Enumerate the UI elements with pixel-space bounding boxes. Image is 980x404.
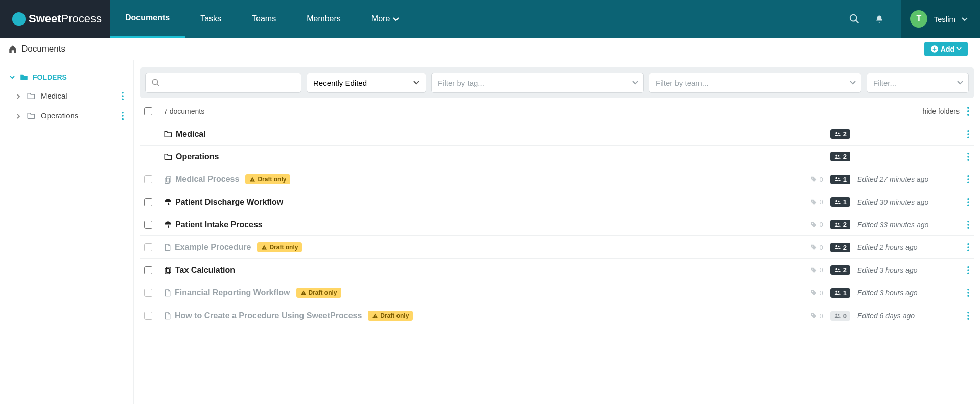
edited-time: Edited 27 minutes ago bbox=[857, 175, 949, 183]
draft-badge: Draft only bbox=[296, 288, 341, 298]
home-icon bbox=[8, 44, 17, 54]
edited-time: Edited 6 days ago bbox=[857, 312, 949, 320]
row-actions[interactable] bbox=[967, 197, 970, 206]
sort-select[interactable]: Recently Edited bbox=[307, 73, 426, 93]
people-count: 2 bbox=[830, 265, 850, 275]
folder-actions[interactable] bbox=[121, 91, 124, 101]
sidebar-folder-medical[interactable]: Medical bbox=[0, 86, 133, 106]
doc-row[interactable]: Patient Discharge Workflow01Edited 30 mi… bbox=[140, 191, 974, 213]
logo-icon bbox=[12, 12, 26, 26]
doc-row[interactable]: How to Create a Procedure Using SweetPro… bbox=[140, 304, 974, 327]
draft-badge: Draft only bbox=[257, 242, 302, 252]
people-count: 1 bbox=[830, 197, 850, 207]
tags-count: 0 bbox=[810, 266, 823, 274]
nav-tasks[interactable]: Tasks bbox=[185, 0, 237, 38]
row-actions[interactable] bbox=[967, 175, 970, 184]
bell-icon[interactable] bbox=[867, 13, 892, 24]
edited-time: Edited 3 hours ago bbox=[857, 289, 949, 297]
warn-icon bbox=[261, 244, 267, 250]
chevron-down-icon bbox=[9, 74, 15, 80]
nav-documents[interactable]: Documents bbox=[110, 0, 185, 38]
edited-time: Edited 33 minutes ago bbox=[857, 221, 949, 229]
folder-actions[interactable] bbox=[121, 111, 124, 121]
main: Recently Edited Filter by tag... Filter … bbox=[134, 60, 980, 404]
chevron-down-icon bbox=[951, 81, 968, 85]
row-checkbox[interactable] bbox=[144, 243, 152, 251]
folder-row[interactable]: Operations2 bbox=[140, 145, 974, 168]
doc-row[interactable]: Financial Reporting WorkflowDraft only01… bbox=[140, 281, 974, 304]
row-actions[interactable] bbox=[967, 311, 970, 320]
hide-folders-link[interactable]: hide folders bbox=[923, 107, 960, 115]
filters-bar: Recently Edited Filter by tag... Filter … bbox=[140, 67, 974, 98]
filter-tag[interactable]: Filter by tag... bbox=[431, 73, 644, 93]
add-button[interactable]: Add bbox=[924, 42, 968, 56]
logo[interactable]: SweetProcess bbox=[0, 0, 110, 38]
filter-team[interactable]: Filter by team... bbox=[649, 73, 861, 93]
row-checkbox[interactable] bbox=[144, 312, 152, 320]
warn-icon bbox=[249, 176, 255, 182]
row-actions[interactable] bbox=[967, 288, 970, 297]
doc-icon bbox=[164, 243, 172, 251]
folder-icon bbox=[164, 152, 173, 161]
sidebar-folders-toggle[interactable]: FOLDERS bbox=[0, 68, 133, 86]
nav-more[interactable]: More bbox=[356, 0, 414, 38]
chevron-down-icon bbox=[962, 15, 968, 23]
tags-count: 0 bbox=[810, 198, 823, 206]
row-actions[interactable] bbox=[967, 243, 970, 252]
doc-icon bbox=[164, 312, 172, 320]
doc-row[interactable]: Patient Intake Process02Edited 33 minute… bbox=[140, 213, 974, 235]
doc-row[interactable]: Medical ProcessDraft only01Edited 27 min… bbox=[140, 168, 974, 191]
doc-icon bbox=[164, 289, 172, 297]
list-actions[interactable] bbox=[967, 106, 970, 116]
tags-count: 0 bbox=[810, 312, 823, 320]
doc-name: Financial Reporting Workflow bbox=[175, 288, 290, 297]
doc-row[interactable]: Example ProcedureDraft only02Edited 2 ho… bbox=[140, 235, 974, 258]
folder-name: Medical bbox=[176, 130, 206, 139]
chevron-down-icon bbox=[956, 47, 962, 51]
search-icon[interactable] bbox=[842, 13, 867, 25]
doc-name: Patient Discharge Workflow bbox=[175, 198, 283, 207]
user-name: Teslim bbox=[934, 15, 955, 23]
row-actions[interactable] bbox=[967, 265, 970, 274]
user-menu[interactable]: T Teslim bbox=[901, 0, 980, 38]
row-checkbox[interactable] bbox=[144, 175, 152, 183]
edited-time: Edited 2 hours ago bbox=[857, 243, 949, 251]
nav-members[interactable]: Members bbox=[291, 0, 356, 38]
row-checkbox[interactable] bbox=[144, 198, 152, 206]
chevron-down-icon bbox=[626, 81, 643, 85]
row-checkbox[interactable] bbox=[144, 266, 152, 274]
copy-icon bbox=[164, 266, 172, 274]
filter-generic[interactable]: Filter... bbox=[867, 73, 969, 93]
people-count: 2 bbox=[830, 243, 850, 252]
people-count: 0 bbox=[830, 311, 850, 321]
folder-label: Medical bbox=[41, 91, 67, 100]
row-actions[interactable] bbox=[967, 129, 970, 138]
chevron-right-icon bbox=[15, 91, 21, 100]
breadcrumb-bar: Documents Add bbox=[0, 38, 980, 60]
plus-circle-icon bbox=[930, 45, 939, 53]
warn-icon bbox=[372, 313, 378, 319]
tags-count: 0 bbox=[810, 244, 823, 251]
breadcrumb[interactable]: Documents bbox=[8, 44, 65, 54]
tags-count: 0 bbox=[810, 289, 823, 297]
doc-row[interactable]: Tax Calculation02Edited 3 hours ago bbox=[140, 258, 974, 281]
row-checkbox[interactable] bbox=[144, 221, 152, 229]
doc-name: Patient Intake Process bbox=[175, 220, 263, 229]
search-input[interactable] bbox=[145, 73, 301, 93]
copy-icon bbox=[164, 175, 172, 184]
doc-name: Tax Calculation bbox=[175, 266, 235, 275]
sidebar: FOLDERS MedicalOperations bbox=[0, 60, 134, 404]
nav-teams[interactable]: Teams bbox=[237, 0, 291, 38]
sidebar-folder-operations[interactable]: Operations bbox=[0, 106, 133, 126]
row-actions[interactable] bbox=[967, 220, 970, 229]
doc-name: How to Create a Procedure Using SweetPro… bbox=[175, 311, 362, 320]
folder-row[interactable]: Medical2 bbox=[140, 123, 974, 145]
row-checkbox[interactable] bbox=[144, 289, 152, 297]
draft-badge: Draft only bbox=[245, 174, 290, 184]
row-actions[interactable] bbox=[967, 152, 970, 161]
folder-name: Operations bbox=[176, 152, 219, 161]
doc-name: Example Procedure bbox=[175, 243, 251, 252]
select-all-checkbox[interactable] bbox=[144, 107, 152, 115]
edited-time: Edited 3 hours ago bbox=[857, 266, 949, 274]
people-count: 1 bbox=[830, 288, 850, 298]
